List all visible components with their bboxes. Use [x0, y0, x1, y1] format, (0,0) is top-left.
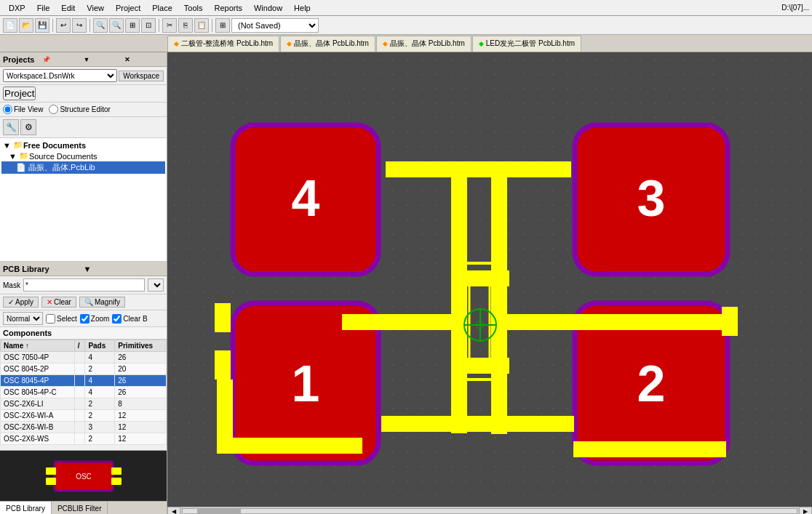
structure-editor-label[interactable]: Structure Editor [49, 105, 110, 114]
table-row[interactable]: OSC-2X6-LI 2 8 [1, 398, 167, 410]
tb-paste[interactable]: 📋 [194, 18, 209, 33]
structure-editor-text: Structure Editor [60, 105, 110, 113]
left-panel: Projects 📌 ▼ ✕ Workspace1.DsnWrk Workspa… [0, 52, 167, 514]
file-view-label[interactable]: File View [3, 105, 43, 114]
svg-text:4: 4 [292, 170, 320, 227]
cell-primitives: 12 [115, 433, 167, 445]
select-text: Select [57, 315, 77, 323]
mask-row: Mask ▼ [0, 276, 167, 294]
tb-copy[interactable]: ⎘ [178, 18, 193, 33]
select-checkbox[interactable] [46, 314, 55, 324]
tb-new[interactable]: 📄 [3, 18, 17, 33]
cell-name: OSC-2X6-WI-A [1, 410, 75, 422]
col-primitives[interactable]: Primitives [115, 340, 167, 352]
clear-b-checkbox[interactable] [112, 314, 122, 324]
cell-sort [74, 375, 85, 387]
table-row[interactable]: OSC 8045-4P 4 26 [1, 375, 167, 387]
table-row[interactable]: OSC-2X6-WS 2 12 [1, 433, 167, 445]
config-icon[interactable]: ⚙ [20, 119, 36, 135]
svg-rect-30 [507, 314, 576, 330]
tab-label-1: 晶振、晶体 PcbLib.htm [294, 39, 369, 49]
file-view-radio[interactable] [3, 105, 12, 114]
projects-pin-btn[interactable]: 📌 [41, 56, 81, 63]
tree-file-icon: 📄 [16, 163, 26, 172]
tb-save[interactable]: 💾 [35, 18, 49, 33]
clear-button[interactable]: ✕ Clear [41, 297, 76, 308]
tb-sep2 [89, 19, 90, 32]
scroll-track[interactable] [182, 508, 797, 514]
menu-window[interactable]: Window [248, 2, 288, 14]
tb-grid[interactable]: ⊞ [215, 18, 230, 33]
table-row[interactable]: OSC 8045-4P-C 4 26 [1, 387, 167, 398]
apply-button[interactable]: ✓ Apply [3, 297, 39, 308]
toolbar: 📄 📂 💾 ↩ ↪ 🔍 🔍 ⊞ ⊡ ✂ ⎘ 📋 ⊞ (Not Saved) [0, 16, 812, 35]
project-button[interactable]: Project [3, 87, 36, 100]
projects-menu-btn[interactable]: ▼ [82, 56, 123, 63]
tab-bar: ◆ 二极管-整流桥堆 PcbLib.htm ◆ 晶振、晶体 PcbLib.htm… [0, 35, 812, 52]
free-documents-item[interactable]: ▼ 📁 Free Documents [1, 140, 165, 150]
source-documents-item[interactable]: ▼ 📁 Source Documents [1, 150, 165, 161]
tree-expand-icon: ▼ [3, 141, 11, 150]
menu-file[interactable]: File [31, 2, 56, 14]
tab-3[interactable]: ◆ LED发光二极管 PcbLib.htm [472, 36, 581, 52]
clear-b-label[interactable]: Clear B [112, 314, 147, 324]
menu-project[interactable]: Project [110, 2, 146, 14]
col-name[interactable]: Name ↑ [1, 340, 75, 352]
col-pads[interactable]: Pads [85, 340, 115, 352]
tb-undo[interactable]: ↩ [56, 18, 71, 33]
add-icon[interactable]: 🔧 [3, 119, 19, 135]
normal-dropdown[interactable]: Normal [3, 312, 43, 325]
table-row[interactable]: OSC 7050-4P 4 26 [1, 352, 167, 364]
mask-dropdown[interactable]: ▼ [148, 278, 164, 292]
components-table[interactable]: Name ↑ / Pads Primitives OSC 7050-4P 4 2… [0, 340, 167, 450]
tab-1[interactable]: ◆ 晶振、晶体 PcbLib.htm [280, 36, 375, 52]
svg-rect-36 [217, 438, 362, 454]
menu-tools[interactable]: Tools [178, 2, 209, 14]
scroll-right-btn[interactable]: ▶ [799, 507, 812, 514]
pcblib-menu-btn[interactable]: ▼ [84, 265, 164, 273]
projects-close-btn[interactable]: ✕ [123, 56, 164, 63]
tab-0[interactable]: ◆ 二极管-整流桥堆 PcbLib.htm [167, 36, 279, 52]
scroll-thumb[interactable] [197, 509, 241, 513]
tb-cut[interactable]: ✂ [162, 18, 177, 33]
menu-reports[interactable]: Reports [208, 2, 248, 14]
table-row[interactable]: OSC-2X6-WI-A 2 12 [1, 410, 167, 422]
h-scrollbar[interactable]: ◀ ▶ [167, 507, 812, 514]
workspace-dropdown[interactable]: Workspace1.DsnWrk [3, 69, 117, 82]
zoom-checkbox[interactable] [80, 314, 89, 324]
structure-editor-radio[interactable] [49, 105, 58, 114]
menu-view[interactable]: View [81, 2, 110, 14]
col-sort[interactable]: / [74, 340, 85, 352]
svg-rect-38 [573, 441, 726, 457]
select-label[interactable]: Select [46, 314, 77, 324]
cell-primitives: 20 [115, 364, 167, 375]
canvas-area[interactable]: 4 3 1 2 [167, 52, 812, 514]
menu-help[interactable]: Help [288, 2, 317, 14]
tb-zoom-sel[interactable]: ⊡ [141, 18, 156, 33]
left-tab-filter[interactable]: PCBLIB Filter [52, 502, 108, 514]
menu-edit[interactable]: Edit [55, 2, 81, 14]
tb-zoom-fit[interactable]: ⊞ [125, 18, 140, 33]
tab-icon-1: ◆ [287, 40, 292, 47]
active-file-item[interactable]: 📄 晶振、晶体.PcbLib [1, 161, 165, 174]
tb-open[interactable]: 📂 [19, 18, 33, 33]
source-documents-label: Source Documents [29, 152, 97, 161]
saved-status-dropdown[interactable]: (Not Saved) [231, 18, 319, 33]
normal-row: Normal Select Zoom Clear B [0, 310, 167, 327]
left-tab-pcblib[interactable]: PCB Library [0, 502, 52, 514]
magnify-button[interactable]: 🔍 Magnify [79, 297, 125, 308]
tab-2[interactable]: ◆ 晶振、晶体 PcbLib.htm [376, 36, 471, 52]
component-preview: OSC [33, 454, 135, 498]
tb-zoom-out[interactable]: 🔍 [109, 18, 124, 33]
menu-place[interactable]: Place [146, 2, 178, 14]
workspace-button[interactable]: Workspace [119, 71, 164, 81]
mask-input[interactable] [23, 278, 145, 292]
tb-zoom-in[interactable]: 🔍 [93, 18, 108, 33]
tb-redo[interactable]: ↪ [72, 18, 87, 33]
tree-expand-icon-2: ▼ [9, 152, 17, 161]
zoom-label[interactable]: Zoom [80, 314, 110, 324]
table-row[interactable]: OSC 8045-2P 2 20 [1, 364, 167, 375]
menu-dxp[interactable]: DXP [3, 2, 31, 14]
table-row[interactable]: OSC-2X6-WI-B 3 12 [1, 422, 167, 433]
scroll-left-btn[interactable]: ◀ [167, 507, 180, 514]
